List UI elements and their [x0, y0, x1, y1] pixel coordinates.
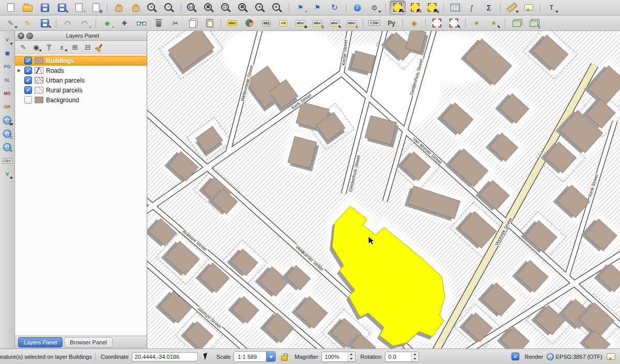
- add-postgis-layer-button[interactable]: PG: [1, 60, 13, 73]
- spin-down-icon[interactable]: [348, 357, 355, 361]
- scale-combobox[interactable]: 1:1 589: [234, 351, 276, 362]
- georeferencer-button[interactable]: [509, 17, 524, 29]
- spin-down-icon[interactable]: [412, 357, 419, 361]
- new-bookmark-button[interactable]: ⚑+: [293, 1, 308, 14]
- save-project-button[interactable]: [37, 1, 52, 14]
- move-feature-button[interactable]: ✚: [117, 17, 132, 29]
- spin-up-icon[interactable]: [412, 352, 419, 357]
- move-label-button[interactable]: abc✥: [293, 17, 308, 29]
- remove-layer-button[interactable]: [95, 42, 107, 53]
- open-project-button[interactable]: [20, 1, 35, 14]
- pan-map-button[interactable]: [111, 1, 126, 14]
- add-circular-string-by-tangent-button[interactable]: ◠+: [77, 17, 92, 29]
- select-features-by-rectangle-button[interactable]: [390, 1, 406, 14]
- layer-visibility-checkbox[interactable]: [24, 57, 32, 65]
- map-svg[interactable]: Kerse StreetWeltevrede StreetKerk Street…: [147, 31, 620, 349]
- sketch-annotation-tool-button[interactable]: ✶: [469, 17, 484, 29]
- statistical-summary-button[interactable]: Σ: [482, 1, 497, 14]
- render-checkbox[interactable]: [512, 353, 519, 360]
- smooth-feature-tool-button[interactable]: ✶✎: [486, 17, 501, 29]
- new-print-composer-button[interactable]: +: [71, 1, 86, 14]
- zoom-to-layer-button[interactable]: ▤: [236, 1, 251, 14]
- add-wms-layer-button[interactable]: W: [1, 114, 13, 126]
- new-project-button[interactable]: [3, 1, 18, 14]
- save-layer-edits-button[interactable]: ✎: [37, 17, 52, 29]
- add-raster-layer-button[interactable]: ▦: [1, 47, 13, 59]
- zoom-native-resolution-button[interactable]: 1:1: [185, 1, 200, 14]
- float-panel-button[interactable]: ◻: [26, 33, 33, 39]
- node-tool-button[interactable]: [134, 17, 149, 29]
- new-shapefile-layer-button[interactable]: V✱: [1, 168, 13, 180]
- filter-legend-by-expression-button[interactable]: ε: [56, 42, 68, 53]
- collapse-all-button[interactable]: ⊟: [82, 42, 94, 53]
- run-feature-action-button[interactable]: ⚙: [367, 1, 382, 14]
- add-wfs-layer-button[interactable]: F: [1, 141, 13, 153]
- topology-checker-button[interactable]: [429, 17, 444, 29]
- copy-features-button[interactable]: [185, 17, 200, 29]
- add-spatialite-layer-button[interactable]: SL: [1, 74, 13, 86]
- spinner-arrows[interactable]: [411, 352, 419, 361]
- layer-diagram-options-button[interactable]: [242, 17, 257, 29]
- composer-manager-button[interactable]: ⚙: [88, 1, 103, 14]
- layer-visibility-checkbox[interactable]: [24, 96, 32, 104]
- open-layer-styling-button[interactable]: ✎: [17, 42, 29, 53]
- expand-all-button[interactable]: ⊞: [69, 42, 81, 53]
- show-hide-labels-button[interactable]: abc✕: [344, 17, 359, 29]
- combo-dropdown-icon[interactable]: [266, 352, 275, 361]
- text-annotation-button[interactable]: T: [544, 1, 559, 14]
- add-circular-string-button[interactable]: ◠: [60, 17, 75, 29]
- coordinate-input[interactable]: 20.4444,-34.0186: [132, 352, 198, 361]
- map-tips-button[interactable]: [521, 1, 536, 14]
- scale-lock-button[interactable]: [279, 352, 289, 361]
- close-panel-button[interactable]: ✕: [18, 33, 24, 39]
- add-delimited-text-layer-button[interactable]: CSV: [1, 154, 13, 167]
- zoom-to-selection-button[interactable]: ▢: [219, 1, 234, 14]
- add-wcs-layer-button[interactable]: C: [1, 128, 13, 140]
- magnifier-spinbox[interactable]: 100%: [321, 352, 355, 362]
- map-canvas[interactable]: Kerse StreetWeltevrede StreetKerk Street…: [147, 31, 620, 349]
- spin-up-icon[interactable]: [348, 352, 355, 357]
- layer-item-buildings[interactable]: Buildings: [15, 56, 147, 66]
- crs-status-button[interactable]: EPSG:3857 (OTF): [547, 353, 602, 360]
- measure-line-button[interactable]: [504, 1, 519, 14]
- pin-unpin-labels-button[interactable]: ab|: [259, 17, 274, 29]
- zoom-full-extent-button[interactable]: ▣: [202, 1, 217, 14]
- save-project-as-button[interactable]: ✎: [54, 1, 69, 14]
- zoom-out-button[interactable]: −: [162, 1, 177, 14]
- select-by-expression-button[interactable]: ε: [425, 1, 440, 14]
- csw-metasearch-button[interactable]: CSW: [367, 17, 382, 29]
- show-bookmarks-button[interactable]: ⚑: [310, 1, 325, 14]
- add-vector-layer-button[interactable]: V+: [1, 34, 13, 46]
- delete-selected-button[interactable]: [151, 17, 166, 29]
- highlight-pinned-labels-button[interactable]: cb: [276, 17, 291, 29]
- current-edits-button[interactable]: ✎: [3, 17, 18, 29]
- layer-item-background[interactable]: Background: [15, 95, 147, 105]
- field-calculator-button[interactable]: ƒ: [464, 1, 479, 14]
- zoom-next-button[interactable]: ▸: [270, 1, 285, 14]
- messages-button[interactable]: [606, 352, 616, 361]
- add-feature-button[interactable]: ◆+: [100, 17, 115, 29]
- rotate-label-button[interactable]: abc↻: [310, 17, 325, 29]
- layer-item-rural-parcels[interactable]: Rural parcels: [15, 85, 147, 95]
- layer-item-roads[interactable]: ▶Roads: [15, 66, 147, 75]
- toggle-editing-button[interactable]: ✎: [20, 17, 35, 29]
- layer-item-urban-parcels[interactable]: Urban parcels: [15, 75, 147, 85]
- change-label-properties-button[interactable]: abc✎: [327, 17, 342, 29]
- layer-labeling-options-button[interactable]: abc: [225, 17, 240, 29]
- mouse-position-toggle-button[interactable]: [201, 352, 211, 361]
- cut-features-button[interactable]: ✂: [168, 17, 183, 29]
- expand-arrow-icon[interactable]: ▶: [17, 68, 22, 73]
- raster-calculator-button[interactable]: Σ: [526, 17, 541, 29]
- paste-features-button[interactable]: [202, 17, 217, 29]
- zoom-in-button[interactable]: +: [145, 1, 160, 14]
- python-console-button[interactable]: Py: [384, 17, 399, 29]
- deselect-all-button[interactable]: ✕: [408, 1, 423, 14]
- spinner-arrows[interactable]: [348, 352, 355, 361]
- tab-layers-panel[interactable]: Layers Panel: [18, 337, 63, 347]
- open-attribute-table-button[interactable]: [447, 1, 462, 14]
- refresh-map-button[interactable]: ↻: [327, 1, 342, 14]
- layer-visibility-checkbox[interactable]: [24, 86, 32, 94]
- check-geometries-button[interactable]: ◈: [407, 17, 422, 29]
- filter-legend-button[interactable]: [43, 42, 55, 53]
- reshape-features-button[interactable]: ✎: [446, 17, 461, 29]
